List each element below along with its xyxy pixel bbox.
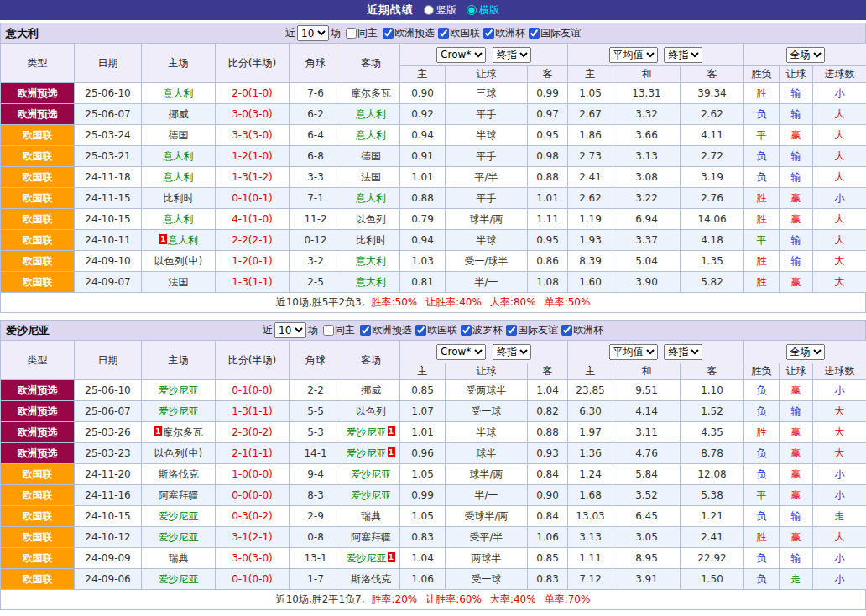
- league-checkbox[interactable]: [360, 325, 371, 336]
- result-goals: 大: [813, 443, 866, 464]
- match-row: 欧国联24-09-07法国1-3(1-1)2-5意大利0.81半/一1.081.…: [1, 272, 866, 293]
- corner-score: 2-2: [290, 380, 342, 401]
- stage1-select[interactable]: 终指: [493, 344, 531, 360]
- table-header-main: 类型 日期 主场 比分(半场) 角球 客场 Crow* 终指 平均值 终指: [1, 341, 866, 363]
- result-goals: 走: [813, 506, 866, 527]
- match-row: 欧洲预选25-06-10意大利2-0(1-0)7-6摩尔多瓦0.90三球0.99…: [1, 83, 866, 104]
- stage1-select[interactable]: 终指: [493, 47, 531, 63]
- away-team: 法国: [342, 167, 400, 188]
- league-checkboxes: 欧洲预选欧国联波罗杯国际友谊欧洲杯: [357, 323, 603, 338]
- avg-draw-odds: 4.14: [613, 401, 681, 422]
- red-card-badge: 1: [388, 552, 395, 562]
- match-date: 25-06-10: [75, 83, 142, 104]
- summary-stat: 让胜率:40%: [425, 295, 482, 310]
- team-name: 意大利: [6, 26, 39, 41]
- summary-stat: 胜率:20%: [371, 593, 417, 607]
- away-odds: 0.99: [528, 83, 568, 104]
- league-checkbox[interactable]: [506, 325, 517, 336]
- average-select[interactable]: 平均值: [609, 47, 658, 63]
- avg-draw-odds: 4.76: [613, 443, 681, 464]
- avg-home-odds: 2.73: [568, 146, 613, 167]
- league-checkbox[interactable]: [438, 28, 449, 39]
- handicap-line: 受一球: [446, 401, 528, 422]
- sub-header-handicap-result: 让球: [780, 66, 813, 83]
- league-filter[interactable]: 欧洲预选: [357, 323, 412, 337]
- league-filter[interactable]: 国际友谊: [503, 323, 558, 337]
- fulltime-result-group: 全场: [744, 341, 866, 363]
- league-filter[interactable]: 欧洲杯: [480, 26, 525, 40]
- avg-away-odds: 5.82: [681, 272, 744, 293]
- col-header-home: 主场: [142, 341, 216, 380]
- sub-header-avg-draw: 和: [613, 66, 681, 83]
- matches-label: 场: [331, 26, 341, 40]
- away-team: 瑞典: [342, 506, 400, 527]
- result-win-lose: 胜: [744, 422, 780, 443]
- home-team: 爱沙尼亚: [142, 506, 216, 527]
- corner-score: 11-2: [290, 209, 342, 230]
- match-count-select[interactable]: 10: [297, 25, 329, 41]
- league-checkbox[interactable]: [483, 28, 494, 39]
- league-checkbox[interactable]: [529, 28, 540, 39]
- stage2-select[interactable]: 终指: [664, 344, 702, 360]
- handicap-line: 球半: [446, 443, 528, 464]
- average-select[interactable]: 平均值: [609, 344, 658, 360]
- league-filter[interactable]: 欧洲杯: [558, 323, 603, 337]
- match-type: 欧国联: [1, 485, 75, 506]
- league-filter[interactable]: 国际友谊: [525, 26, 581, 40]
- avg-away-odds: 4.11: [681, 125, 744, 146]
- layout-option-horizontal[interactable]: 横版: [467, 3, 499, 18]
- matches-label: 场: [308, 323, 318, 337]
- horizontal-layout-radio[interactable]: [467, 5, 477, 15]
- results-table: 类型 日期 主场 比分(半场) 角球 客场 Crow* 终指 平均值 终指: [0, 43, 866, 293]
- result-win-lose: 胜: [744, 188, 780, 209]
- away-team: 爱沙尼亚: [342, 464, 400, 485]
- bookmaker-select[interactable]: Crow*: [436, 344, 486, 360]
- home-odds: 1.03: [400, 251, 446, 272]
- league-checkbox[interactable]: [383, 28, 394, 39]
- away-team: 以色列: [342, 209, 400, 230]
- same-home-checkbox[interactable]: [346, 28, 357, 39]
- home-team-name: 爱沙尼亚: [159, 531, 199, 543]
- match-row: 欧国联24-10-15意大利4-1(1-0)11-2以色列0.79球半/两1.1…: [1, 209, 866, 230]
- fulltime-select[interactable]: 全场: [786, 344, 825, 360]
- home-team: 斯洛伐克: [142, 464, 216, 485]
- avg-draw-odds: 6.94: [613, 209, 681, 230]
- stage2-select[interactable]: 终指: [664, 47, 702, 63]
- home-team: 意大利: [142, 209, 216, 230]
- league-checkbox[interactable]: [415, 325, 426, 336]
- layout-option-vertical[interactable]: 竖版: [424, 3, 456, 18]
- match-date: 25-03-23: [75, 443, 142, 464]
- league-filter[interactable]: 欧洲预选: [379, 26, 435, 40]
- result-goals: 大: [813, 230, 866, 251]
- home-team-name: 斯洛伐克: [159, 468, 199, 480]
- league-label: 欧洲预选: [372, 323, 412, 337]
- handicap-line: 两球半: [446, 548, 528, 569]
- avg-draw-odds: 3.37: [613, 230, 681, 251]
- sub-header-away-odds: 客: [528, 66, 568, 83]
- vertical-layout-radio[interactable]: [424, 5, 434, 15]
- away-team: 斯洛伐克: [342, 569, 400, 590]
- topbar: 近期战绩 竖版 横版: [0, 0, 866, 20]
- league-checkbox[interactable]: [561, 325, 572, 336]
- league-filter[interactable]: 欧国联: [412, 323, 457, 337]
- match-date: 24-09-09: [75, 548, 142, 569]
- corner-score: 0-8: [290, 527, 342, 548]
- league-filter[interactable]: 欧国联: [435, 26, 480, 40]
- same-home-filter[interactable]: 同主: [320, 323, 355, 337]
- summary-bar: 近10场,胜2平1负7, 胜率:20%让胜率:60%大率:40%单率:70%: [0, 590, 866, 610]
- match-type: 欧洲预选: [1, 104, 75, 125]
- away-team-name: 法国: [361, 171, 381, 183]
- league-filter[interactable]: 波罗杯: [457, 323, 503, 337]
- league-checkbox[interactable]: [461, 325, 472, 336]
- same-home-filter[interactable]: 同主: [342, 26, 378, 40]
- sub-header-result: 胜负: [744, 363, 780, 380]
- match-date: 24-10-11: [75, 230, 142, 251]
- avg-draw-odds: 3.05: [613, 527, 681, 548]
- result-handicap: 赢: [780, 443, 813, 464]
- result-goals: 大: [813, 422, 866, 443]
- same-home-checkbox[interactable]: [323, 325, 334, 336]
- bookmaker-select[interactable]: Crow*: [436, 47, 486, 63]
- avg-away-odds: 1.52: [681, 401, 744, 422]
- fulltime-select[interactable]: 全场: [786, 47, 825, 63]
- match-count-select[interactable]: 10: [274, 322, 306, 338]
